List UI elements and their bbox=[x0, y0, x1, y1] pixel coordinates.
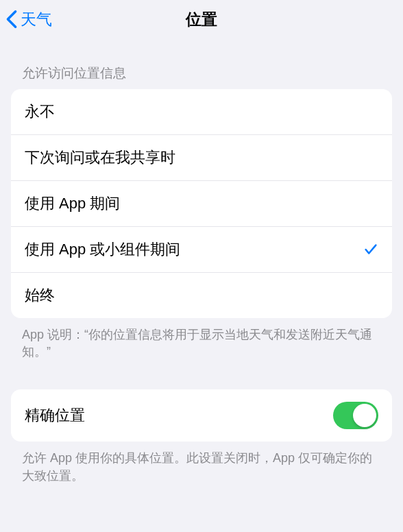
option-label: 使用 App 或小组件期间 bbox=[25, 239, 180, 260]
precise-location-row: 精确位置 bbox=[11, 389, 392, 442]
section-footer-precise-location: 允许 App 使用你的具体位置。此设置关闭时，App 仅可确定你的大致位置。 bbox=[0, 442, 403, 484]
option-always[interactable]: 始终 bbox=[11, 273, 392, 318]
precise-location-toggle[interactable] bbox=[333, 402, 378, 429]
precise-location-label: 精确位置 bbox=[25, 405, 85, 426]
option-while-using-app[interactable]: 使用 App 期间 bbox=[11, 181, 392, 227]
chevron-left-icon bbox=[5, 10, 18, 29]
checkmark-icon bbox=[363, 242, 378, 257]
option-label: 下次询问或在我共享时 bbox=[25, 147, 175, 168]
option-label: 始终 bbox=[25, 285, 55, 306]
page-title: 位置 bbox=[186, 9, 217, 30]
toggle-knob bbox=[353, 404, 376, 427]
option-label: 永不 bbox=[25, 101, 55, 122]
section-footer-app-explanation: App 说明：“你的位置信息将用于显示当地天气和发送附近天气通知。” bbox=[0, 318, 403, 361]
option-while-using-app-or-widgets[interactable]: 使用 App 或小组件期间 bbox=[11, 227, 392, 273]
option-label: 使用 App 期间 bbox=[25, 193, 120, 214]
navigation-bar: 天气 位置 bbox=[0, 0, 403, 38]
precise-location-section: 精确位置 bbox=[11, 389, 392, 442]
option-never[interactable]: 永不 bbox=[11, 89, 392, 135]
section-header-location-access: 允许访问位置信息 bbox=[0, 38, 403, 89]
back-label: 天气 bbox=[21, 9, 52, 30]
option-ask-next-time[interactable]: 下次询问或在我共享时 bbox=[11, 135, 392, 181]
back-button[interactable]: 天气 bbox=[5, 0, 52, 38]
location-access-options: 永不 下次询问或在我共享时 使用 App 期间 使用 App 或小组件期间 始终 bbox=[11, 89, 392, 318]
